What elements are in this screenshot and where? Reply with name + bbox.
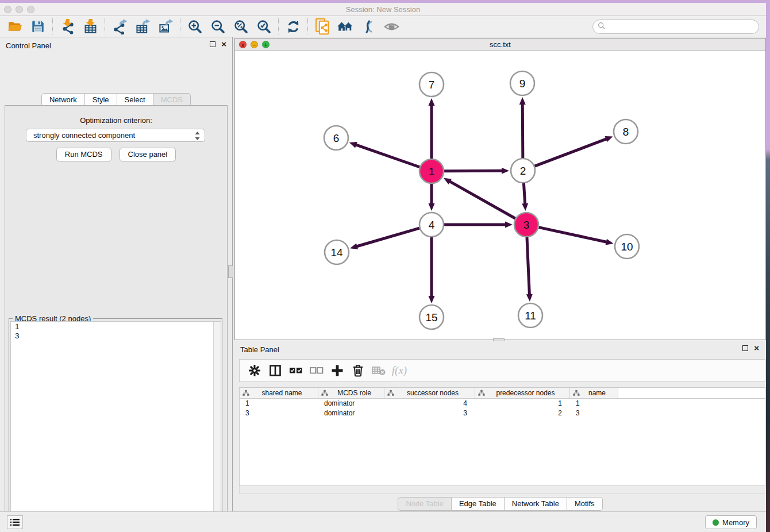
cell-MCDS-role[interactable]: dominator bbox=[318, 399, 384, 408]
search-input[interactable] bbox=[609, 21, 759, 33]
mcds-result-textarea[interactable]: 13 bbox=[10, 321, 221, 532]
control-panel: Control Panel × NetworkStyleSelectMCDS O… bbox=[0, 37, 232, 511]
search-field[interactable] bbox=[592, 20, 759, 34]
mcds-result-line: 3 bbox=[11, 331, 221, 340]
graph-edge-2-3[interactable] bbox=[523, 183, 525, 205]
table-row[interactable]: 3dominator323 bbox=[240, 408, 765, 418]
status-bar: Memory bbox=[0, 511, 766, 532]
column-header-label: predecessor nodes bbox=[485, 389, 569, 397]
column-header-shared-name[interactable]: shared name bbox=[240, 388, 318, 398]
mcds-result-line: 1 bbox=[11, 322, 221, 331]
delete-row-icon[interactable] bbox=[348, 361, 368, 380]
graph-edge-2-9[interactable] bbox=[522, 103, 523, 158]
toolbar-separator bbox=[180, 18, 180, 34]
column-type-icon bbox=[573, 390, 580, 396]
graph-edge-2-8[interactable] bbox=[535, 138, 608, 166]
graph-edge-3-10[interactable] bbox=[538, 228, 607, 242]
graph-edge-arrowhead bbox=[519, 97, 526, 105]
graph-edge-4-14[interactable] bbox=[356, 228, 419, 246]
export-table-icon[interactable] bbox=[133, 17, 152, 36]
desktop-edge-right bbox=[766, 0, 770, 532]
table-row[interactable]: 1dominator411 bbox=[240, 399, 765, 408]
home-icon[interactable] bbox=[336, 17, 355, 36]
add-row-icon[interactable] bbox=[327, 361, 348, 380]
control-panel-close-icon[interactable]: × bbox=[221, 41, 226, 47]
graph-edge-arrowhead bbox=[429, 203, 435, 211]
graph-node-label: 10 bbox=[621, 241, 633, 253]
open-folder-icon[interactable] bbox=[5, 17, 25, 36]
vertical-splitter-handle[interactable] bbox=[228, 265, 233, 278]
task-history-button[interactable] bbox=[7, 515, 23, 529]
column-header-predecessor-nodes[interactable]: predecessor nodes bbox=[475, 388, 570, 398]
result-scrollbar[interactable] bbox=[213, 322, 221, 532]
close-panel-button[interactable]: Close panel bbox=[120, 148, 176, 161]
mcds-result-group: MCDS result (2 nodes) 13 bbox=[9, 318, 222, 532]
column-header-successor-nodes[interactable]: successor nodes bbox=[384, 388, 475, 398]
cell-shared-name[interactable]: 1 bbox=[240, 399, 318, 408]
zoom-in-icon[interactable] bbox=[185, 17, 205, 36]
refresh-layout-icon[interactable] bbox=[283, 17, 303, 36]
graph-edge-1-2[interactable] bbox=[444, 171, 503, 171]
column-header-name[interactable]: name bbox=[570, 388, 618, 398]
graph-edge-arrowhead bbox=[350, 243, 358, 249]
columns-icon[interactable] bbox=[265, 361, 286, 380]
tab-node-table[interactable]: Node Table bbox=[398, 497, 452, 511]
network-canvas[interactable]: 1234678910111415 bbox=[235, 51, 765, 340]
graph-edge-1-6[interactable] bbox=[355, 144, 419, 167]
tab-motifs[interactable]: Motifs bbox=[567, 497, 603, 511]
select-all-icon[interactable] bbox=[286, 361, 306, 380]
table-panel: Table Panel × f(x) shared nameMCDS roles… bbox=[234, 341, 766, 511]
optimization-criterion-label: Optimization criterion: bbox=[5, 116, 227, 125]
zoom-out-icon[interactable] bbox=[208, 17, 228, 36]
table-panel-float-icon[interactable] bbox=[742, 345, 748, 351]
zoom-selected-icon[interactable] bbox=[254, 17, 274, 36]
export-image-icon[interactable] bbox=[156, 17, 175, 36]
header-filler bbox=[618, 388, 765, 398]
cell-successor-nodes[interactable]: 3 bbox=[384, 408, 475, 418]
gear-icon[interactable] bbox=[244, 361, 265, 380]
cell-shared-name[interactable]: 3 bbox=[240, 408, 318, 418]
import-table-icon[interactable] bbox=[80, 17, 100, 36]
criterion-dropdown[interactable]: strongly connected component bbox=[26, 129, 205, 142]
export-network-icon[interactable] bbox=[110, 17, 129, 36]
cell-predecessor-nodes[interactable]: 1 bbox=[475, 399, 570, 408]
style-painter-icon[interactable] bbox=[359, 17, 378, 36]
run-mcds-button[interactable]: Run MCDS bbox=[56, 148, 111, 161]
cell-MCDS-role[interactable]: dominator bbox=[318, 408, 384, 418]
graph-node-label: 15 bbox=[425, 311, 437, 323]
window-titlebar: Session: New Session bbox=[0, 3, 766, 16]
table-hscroll-track[interactable] bbox=[239, 486, 765, 494]
graph-node-label: 8 bbox=[623, 126, 629, 138]
graph-edge-3-1[interactable] bbox=[449, 181, 515, 219]
column-type-icon bbox=[242, 390, 249, 396]
graph-edge-arrowhead bbox=[606, 239, 614, 245]
toolbar-separator bbox=[278, 18, 279, 34]
column-header-MCDS-role[interactable]: MCDS role bbox=[318, 388, 384, 398]
column-type-icon bbox=[387, 390, 394, 396]
tab-network-table[interactable]: Network Table bbox=[505, 497, 567, 511]
control-panel-float-icon[interactable] bbox=[210, 41, 215, 47]
save-session-icon[interactable] bbox=[28, 17, 48, 36]
main-toolbar bbox=[0, 16, 766, 37]
table-toolbar: f(x) bbox=[239, 359, 765, 382]
cell-successor-nodes[interactable]: 4 bbox=[384, 399, 475, 408]
import-network-icon[interactable] bbox=[57, 17, 77, 36]
column-header-label: name bbox=[580, 389, 618, 397]
graph-edge-arrowhead bbox=[605, 136, 613, 142]
graph-edge-3-11[interactable] bbox=[527, 237, 530, 296]
column-type-icon bbox=[478, 390, 485, 396]
unselect-all-icon[interactable] bbox=[306, 361, 327, 380]
cell-name[interactable]: 1 bbox=[570, 399, 618, 408]
list-icon bbox=[10, 518, 20, 527]
table-panel-close-icon[interactable]: × bbox=[754, 345, 759, 351]
zoom-fit-icon[interactable] bbox=[231, 17, 251, 36]
network-from-document-icon[interactable] bbox=[313, 17, 332, 36]
show-hide-details-icon[interactable] bbox=[382, 17, 401, 36]
graph-edge-arrowhead bbox=[429, 296, 435, 303]
memory-button[interactable]: Memory bbox=[705, 515, 757, 529]
cell-name[interactable]: 3 bbox=[570, 408, 618, 418]
search-icon bbox=[598, 22, 606, 32]
graph-edge-arrowhead bbox=[349, 142, 357, 148]
tab-edge-table[interactable]: Edge Table bbox=[452, 497, 505, 511]
cell-predecessor-nodes[interactable]: 2 bbox=[475, 408, 570, 418]
